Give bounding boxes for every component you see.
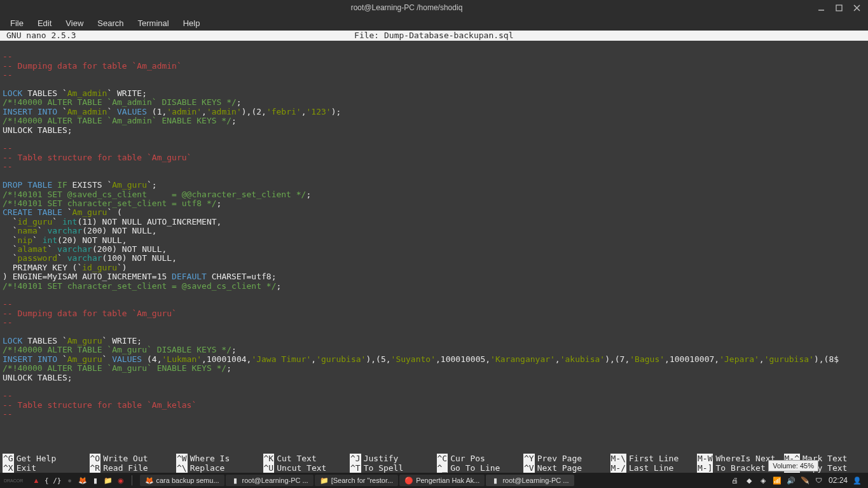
terminal-window: root@Learning-PC /home/shodiq File Edit … — [0, 0, 868, 488]
taskbar-left: DRACOR ▲ { /} ● 🦊 ▮ 📁 ◉ — [0, 475, 135, 485]
taskbar-task[interactable]: 🦊cara backup semu... — [140, 475, 224, 486]
taskbar-tray: 🖨 ◆ ◈ 📶 🔊 🪶 🛡 02:24 👤 — [731, 476, 868, 485]
help-label: Go To Line — [450, 463, 500, 473]
taskbar-task[interactable]: 📁[Search for "restor... — [315, 475, 398, 486]
task-icon: 🦊 — [145, 476, 154, 485]
help-label: Justify — [364, 454, 399, 463]
feather-icon[interactable]: 🪶 — [801, 476, 809, 485]
task-label: root@Learning-PC ... — [502, 477, 568, 484]
menu-search[interactable]: Search — [91, 17, 130, 29]
help-key: M-\ — [610, 454, 626, 463]
volume-tooltip: Volume: 45% — [768, 460, 818, 471]
task-label: cara backup semu... — [156, 477, 219, 484]
help-label: Cut Text — [277, 454, 317, 463]
task-icon: 🔴 — [404, 476, 413, 485]
menu-file[interactable]: File — [4, 17, 30, 29]
help-key: ^V — [523, 463, 535, 473]
help-key: ^U — [263, 463, 275, 473]
terminal-icon[interactable]: ▮ — [91, 476, 100, 485]
taskbar[interactable]: DRACOR ▲ { /} ● 🦊 ▮ 📁 ◉ 🦊cara backup sem… — [0, 473, 868, 488]
task-label: root@Learning-PC ... — [242, 477, 308, 484]
help-label: WhereIs Next — [715, 454, 775, 463]
clock[interactable]: 02:24 — [829, 476, 848, 485]
titlebar[interactable]: root@Learning-PC /home/shodiq — [0, 0, 868, 15]
help-label: Write Out — [103, 454, 148, 463]
menu-view[interactable]: View — [59, 17, 90, 29]
menu-terminal[interactable]: Terminal — [132, 17, 176, 29]
nano-help-item: ^CCur Pos — [434, 454, 521, 463]
nano-statusbar: GNU nano 2.5.3 File: Dump-Database-backu… — [0, 31, 868, 41]
task-label: Pengertian Hak Ak... — [416, 477, 479, 484]
nano-help-item: ^UUncut Text — [261, 463, 348, 473]
help-label: Prev Page — [537, 454, 582, 463]
help-label: First Line — [629, 454, 679, 463]
help-key: ^C — [437, 454, 448, 463]
task-label: [Search for "restor... — [331, 477, 393, 484]
dot-icon[interactable]: ● — [65, 476, 74, 485]
nano-help-item: ^XExit — [0, 463, 87, 473]
menu-help[interactable]: Help — [177, 17, 207, 29]
help-key: ^R — [90, 463, 101, 473]
nano-help-item: ^_Go To Line — [434, 463, 521, 473]
help-key: M-] — [697, 463, 713, 473]
task-icon: 📁 — [320, 476, 329, 485]
nano-help-item: ^TTo Spell — [347, 463, 434, 473]
volume-icon[interactable]: 🔊 — [787, 476, 796, 485]
dracor-logo[interactable]: DRACOR — [4, 478, 28, 483]
network-icon[interactable]: 📶 — [773, 476, 782, 485]
nano-help-item: ^WWhere Is — [174, 454, 261, 463]
help-key: ^X — [3, 463, 14, 473]
taskbar-task[interactable]: ▮root@Learning-PC ... — [226, 475, 313, 486]
help-key: ^\ — [176, 463, 188, 473]
nano-file-label: File: Dump-Database-backupan.sql — [76, 31, 792, 41]
help-label: Where Is — [190, 454, 230, 463]
menu-icon[interactable]: ▲ — [32, 476, 41, 485]
nano-app-name: GNU nano 2.5.3 — [0, 31, 76, 41]
printer-icon[interactable]: 🖨 — [731, 476, 740, 485]
help-label: Last Line — [629, 463, 673, 473]
taskbar-tasks: 🦊cara backup semu...▮root@Learning-PC ..… — [135, 475, 731, 486]
minimize-button[interactable] — [813, 2, 829, 13]
close-button[interactable] — [849, 2, 864, 13]
terminal-area[interactable]: GNU nano 2.5.3 File: Dump-Database-backu… — [0, 31, 868, 473]
braces-icon[interactable]: { /} — [45, 477, 62, 485]
menubar: File Edit View Search Terminal Help — [0, 15, 868, 31]
help-key: M-W — [697, 454, 713, 463]
help-key: ^Y — [523, 454, 535, 463]
taskbar-task[interactable]: ▮root@Learning-PC ... — [486, 475, 574, 486]
files-icon[interactable]: 📁 — [104, 476, 113, 485]
session-icon[interactable]: 👤 — [853, 476, 862, 485]
help-key: ^W — [176, 454, 188, 463]
help-label: To Spell — [364, 463, 404, 473]
separator — [132, 475, 132, 485]
editor-content[interactable]: -- -- Dumping data for table `Am_admin` … — [0, 41, 868, 419]
nano-help-item: ^JJustify — [347, 454, 434, 463]
help-key: ^_ — [437, 463, 448, 473]
nano-help-item: ^\Replace — [174, 463, 261, 473]
taskbar-task[interactable]: 🔴Pengertian Hak Ak... — [399, 475, 485, 486]
help-label: Exit — [17, 463, 36, 473]
help-key: ^T — [350, 463, 361, 473]
svg-rect-0 — [836, 5, 842, 11]
red-circle-icon[interactable]: ◉ — [116, 476, 125, 485]
menu-edit[interactable]: Edit — [31, 17, 58, 29]
nano-help-item: ^KCut Text — [261, 454, 348, 463]
nano-help-item: ^OWrite Out — [87, 454, 174, 463]
shield-icon[interactable]: 🛡 — [815, 476, 823, 485]
tray-icon-2[interactable]: ◈ — [759, 476, 768, 485]
window-title: root@Learning-PC /home/shodiq — [0, 3, 813, 12]
help-label: Get Help — [17, 454, 57, 463]
help-label: Replace — [190, 463, 225, 473]
nano-help-item: ^RRead File — [87, 463, 174, 473]
nano-help-bar: ^GGet Help^OWrite Out^WWhere Is^KCut Tex… — [0, 454, 868, 473]
firefox-icon[interactable]: 🦊 — [78, 476, 87, 485]
nano-help-item: ^YPrev Page — [521, 454, 608, 463]
nano-help-item: ^GGet Help — [0, 454, 87, 463]
task-icon: ▮ — [231, 476, 240, 485]
nano-help-item: M-/Last Line — [608, 463, 695, 473]
window-controls — [813, 2, 868, 13]
maximize-button[interactable] — [831, 2, 846, 13]
nano-help-item: M-\First Line — [608, 454, 695, 463]
task-icon: ▮ — [491, 476, 500, 485]
tray-icon-1[interactable]: ◆ — [745, 476, 754, 485]
